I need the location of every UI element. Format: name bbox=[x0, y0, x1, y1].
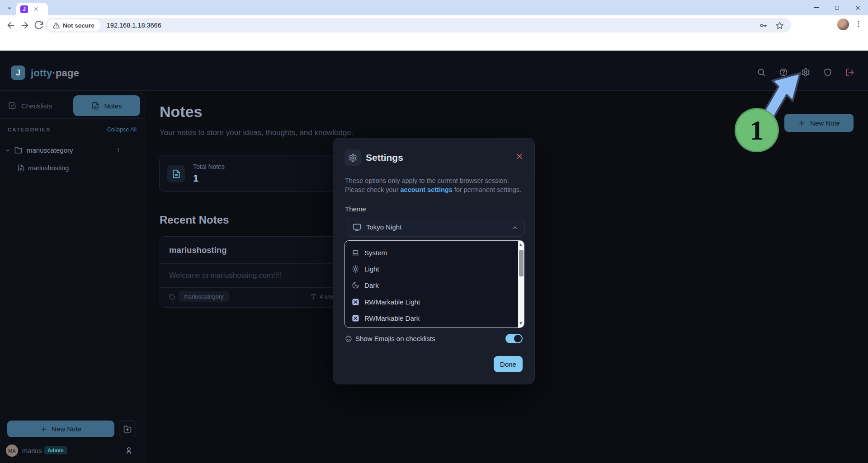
modal-close-icon[interactable] bbox=[515, 152, 524, 160]
app-header: J jotty·page bbox=[0, 51, 868, 91]
shield-icon[interactable] bbox=[823, 68, 832, 77]
warning-icon bbox=[53, 22, 60, 29]
folder-icon bbox=[14, 146, 22, 154]
new-category-button[interactable] bbox=[119, 421, 136, 437]
done-button[interactable]: Done bbox=[494, 356, 523, 372]
switch-knob bbox=[514, 335, 522, 342]
file-icon bbox=[17, 164, 24, 172]
theme-option-dark[interactable]: Dark bbox=[345, 277, 518, 294]
category-name[interactable]: mariuscategory bbox=[27, 146, 73, 154]
chevron-down-icon[interactable] bbox=[5, 147, 11, 154]
note-category-badge[interactable]: mariuscategory bbox=[179, 291, 229, 302]
theme-label: Theme bbox=[345, 205, 366, 213]
note-title[interactable]: mariushosting bbox=[169, 245, 226, 255]
rwmarkable-icon bbox=[352, 298, 359, 306]
categories-heading: CATEGORIES bbox=[8, 127, 51, 132]
theme-option-label: RWMarkable Dark bbox=[364, 314, 420, 322]
note-preview: Welcome to mariushosting.com!!!! bbox=[169, 271, 281, 280]
tab-close-icon[interactable] bbox=[33, 6, 38, 12]
plus-icon bbox=[798, 119, 806, 127]
new-note-label: New Note bbox=[810, 119, 840, 127]
modal-title: Settings bbox=[366, 152, 403, 163]
theme-option-light[interactable]: Light bbox=[345, 261, 518, 277]
security-label: Not secure bbox=[63, 22, 94, 29]
brand-secondary: page bbox=[56, 67, 79, 79]
laptop-icon bbox=[352, 249, 359, 257]
note-file-icon bbox=[91, 102, 99, 110]
security-chip[interactable]: Not secure bbox=[47, 19, 100, 31]
theme-option-label: Dark bbox=[364, 281, 379, 289]
smile-icon bbox=[345, 335, 352, 342]
maximize-icon bbox=[835, 6, 839, 10]
scroll-up-icon[interactable] bbox=[519, 243, 522, 246]
logout-icon[interactable] bbox=[845, 68, 854, 77]
settings-icon-tile bbox=[344, 150, 361, 166]
user-name: marius bbox=[22, 447, 42, 454]
sun-icon bbox=[352, 265, 359, 273]
total-notes-value: 1 bbox=[193, 173, 198, 184]
collapse-all-link[interactable]: Collapse All bbox=[107, 126, 137, 133]
sidebar-section-divider bbox=[0, 118, 145, 119]
window-maximize-button[interactable] bbox=[826, 0, 847, 15]
settings-modal: Settings These options only apply to the… bbox=[333, 138, 535, 384]
description-text-after: for permanent settings. bbox=[453, 186, 521, 193]
folder-plus-icon bbox=[123, 425, 132, 433]
help-icon[interactable] bbox=[779, 68, 788, 77]
file-text-icon bbox=[172, 169, 181, 178]
window-close-button[interactable] bbox=[847, 0, 868, 15]
page-title: Notes bbox=[160, 103, 202, 121]
checklist-icon bbox=[8, 102, 16, 110]
scroll-down-icon[interactable] bbox=[519, 322, 522, 325]
total-notes-icon-tile bbox=[167, 165, 185, 182]
browser-menu-icon[interactable] bbox=[854, 20, 863, 28]
recent-notes-heading: Recent Notes bbox=[160, 214, 229, 226]
sidebar-note-item[interactable]: mariushosting bbox=[0, 163, 145, 174]
tab-notes-label: Notes bbox=[104, 102, 122, 110]
modal-description: These options only apply to the current … bbox=[345, 176, 526, 194]
minimize-icon bbox=[814, 7, 819, 8]
sidebar-new-note-button[interactable]: New Note bbox=[7, 421, 114, 437]
theme-option-rwmarkable-light[interactable]: RWMarkable Light bbox=[345, 294, 518, 310]
theme-option-rwmarkable-dark[interactable]: RWMarkable Dark bbox=[345, 310, 518, 326]
new-note-button[interactable]: New Note bbox=[784, 114, 854, 132]
search-icon[interactable] bbox=[757, 68, 766, 77]
url-bar[interactable]: Not secure 192.168.1.18:3666 bbox=[45, 18, 791, 33]
moon-icon bbox=[352, 281, 359, 289]
window-minimize-button[interactable] bbox=[806, 0, 826, 15]
annotation-step-badge: 1 bbox=[735, 108, 779, 152]
category-row[interactable]: mariuscategory 1 bbox=[0, 144, 145, 157]
user-icon[interactable] bbox=[125, 446, 133, 454]
emoji-toggle-row: Show Emojis on checklists bbox=[333, 333, 534, 344]
emoji-toggle-label: Show Emojis on checklists bbox=[355, 335, 435, 342]
forward-icon[interactable] bbox=[20, 20, 30, 30]
bookmark-star-icon[interactable] bbox=[775, 21, 784, 30]
theme-select[interactable]: Tokyo Night bbox=[346, 218, 525, 237]
dropdown-scrollbar[interactable] bbox=[518, 241, 524, 327]
browser-tab[interactable]: J bbox=[16, 3, 48, 15]
sidebar-tab-checklists[interactable]: Checklists bbox=[8, 102, 52, 110]
theme-option-label: Light bbox=[364, 265, 379, 273]
sidebar-tab-notes[interactable]: Notes bbox=[73, 95, 140, 116]
screen: J Not secure 192.168.1.18:3666 bbox=[0, 0, 868, 463]
sidebar-note-name[interactable]: mariushosting bbox=[28, 164, 69, 172]
password-key-icon[interactable] bbox=[759, 21, 768, 30]
tab-search-button[interactable] bbox=[5, 3, 14, 13]
annotation-step-number: 1 bbox=[750, 114, 764, 146]
omnibox-actions bbox=[759, 21, 791, 30]
emoji-toggle-switch[interactable] bbox=[505, 334, 523, 343]
brand-dot: · bbox=[52, 67, 56, 79]
browser-profile-avatar[interactable] bbox=[837, 19, 849, 30]
browser-tabstrip: J bbox=[0, 0, 868, 15]
user-avatar[interactable]: MA bbox=[6, 444, 18, 457]
chevron-up-icon bbox=[511, 224, 519, 231]
back-icon[interactable] bbox=[6, 20, 16, 30]
app-logo[interactable]: J bbox=[11, 65, 25, 80]
scrollbar-thumb[interactable] bbox=[519, 250, 524, 276]
bookmarks-strip bbox=[0, 35, 868, 51]
account-settings-link[interactable]: account settings bbox=[401, 186, 453, 193]
settings-gear-icon[interactable] bbox=[801, 68, 810, 77]
theme-option-system[interactable]: System bbox=[345, 244, 518, 261]
url-text: 192.168.1.18:3666 bbox=[107, 22, 161, 29]
reload-icon[interactable] bbox=[34, 20, 44, 30]
window-controls bbox=[806, 0, 868, 15]
